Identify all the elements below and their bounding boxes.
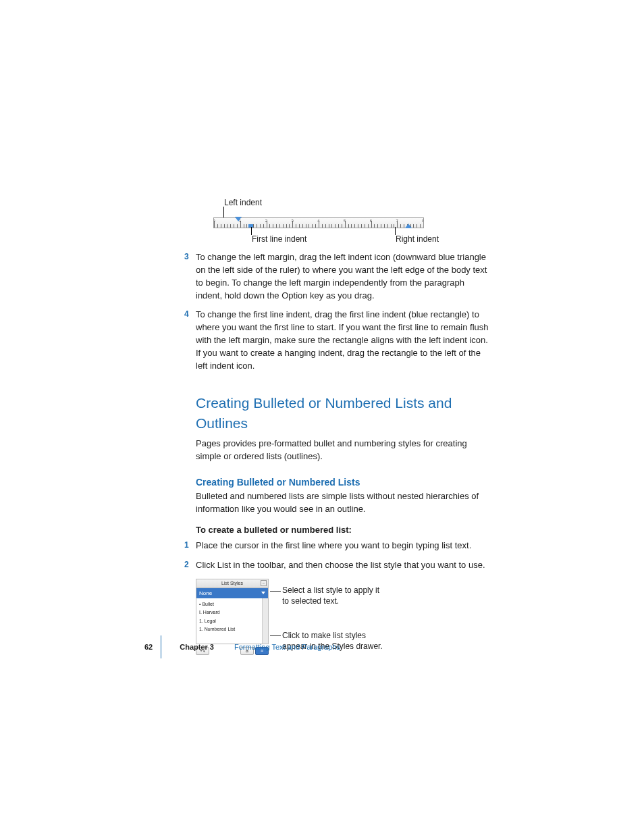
howto-lead: To create a bulleted or numbered list:	[196, 524, 493, 537]
chapter-title: Formatting Text and Paragraphs	[234, 642, 340, 653]
step-3: 3 To change the left margin, drag the le…	[196, 251, 493, 302]
list-item[interactable]: • Bullet	[199, 601, 265, 608]
chevron-down-icon	[261, 592, 265, 594]
substep-1: 1 Place the cursor in the first line whe…	[196, 540, 493, 552]
list-item[interactable]: 1. Legal	[199, 618, 265, 625]
label-left-indent: Left indent	[224, 197, 262, 209]
label-right-indent: Right indent	[396, 234, 439, 245]
panel-selected-style[interactable]: None	[196, 588, 269, 599]
left-indent-marker	[235, 217, 242, 221]
substep-2: 2 Click List in the toolbar, and then ch…	[196, 559, 493, 572]
subsection-heading: Creating Bulleted or Numbered Lists	[196, 475, 493, 489]
page-footer: 62 Chapter 3 Formatting Text and Paragra…	[144, 642, 340, 653]
subsection-body: Bulleted and numbered lists are simple l…	[196, 490, 493, 516]
step-4: 4 To change the first line indent, drag …	[196, 309, 493, 372]
close-icon[interactable]: –	[261, 580, 267, 586]
ruler-strip: 012345678	[213, 217, 424, 228]
page-number: 62	[144, 642, 153, 653]
label-first-line-indent: First line indent	[252, 234, 306, 245]
list-item[interactable]: I. Harvard	[199, 609, 265, 616]
panel-style-list: • Bullet I. Harvard 1. Legal 1. Numbered…	[196, 598, 269, 644]
section-intro: Pages provides pre-formatted bullet and …	[196, 438, 493, 463]
panel-title-bar: List Styles –	[196, 579, 269, 588]
callout-select-style: Select a list style to apply it to selec…	[282, 585, 386, 606]
chapter-label: Chapter 3	[180, 642, 214, 653]
ruler-diagram: Left indent 012345678 First line indent …	[196, 197, 493, 251]
list-item[interactable]: 1. Numbered List	[199, 626, 265, 633]
section-heading: Creating Bulleted or Numbered Lists and …	[196, 393, 493, 434]
right-indent-marker	[405, 224, 412, 228]
scrollbar[interactable]	[262, 598, 268, 644]
instruction-steps-sub: 1 Place the cursor in the first line whe…	[196, 540, 493, 572]
instruction-steps-top: 3 To change the left margin, drag the le…	[196, 251, 493, 373]
